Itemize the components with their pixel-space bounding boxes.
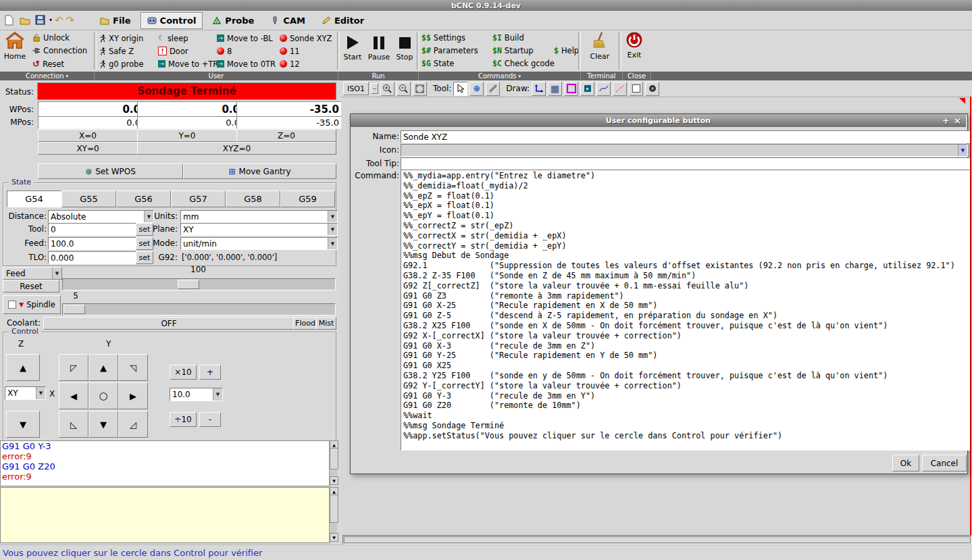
user-button-8[interactable]: 8 (215, 45, 278, 57)
home-button[interactable]: Home (1, 31, 28, 69)
group-label-connection[interactable]: Connection▾ (0, 72, 95, 80)
spindle-toggle[interactable]: ▼ Spindle (3, 295, 61, 314)
save-dropdown-icon[interactable]: ▾ (49, 17, 52, 23)
dropdown-icon[interactable]: ▼ (328, 224, 337, 235)
state-command-button[interactable]: $GState (420, 58, 455, 69)
dropdown-icon[interactable]: ▼ (36, 387, 45, 399)
dropdown-icon[interactable]: ▼ (52, 268, 61, 279)
open-folder-icon[interactable] (18, 14, 31, 26)
gantry-tool-icon[interactable]: ⊕ (469, 82, 484, 96)
zoom-fit-icon[interactable] (413, 82, 427, 96)
move-gantry-button[interactable]: ⊞ Move Gantry (183, 163, 336, 179)
view-select-button[interactable]: ISO1 (343, 82, 369, 95)
user-button-sonde-xyz[interactable]: Sonde XYZ (278, 32, 335, 45)
canvas-hscrollbar-thumb[interactable] (344, 536, 971, 543)
dialog-name-input[interactable]: Sonde XYZ (401, 130, 970, 143)
dialog-close-icon[interactable]: × (954, 116, 961, 126)
dropdown-icon[interactable]: ▼ (213, 388, 222, 401)
step-div10-button[interactable]: ÷10 (170, 412, 197, 427)
save-icon[interactable] (34, 14, 47, 26)
step-minus-button[interactable]: - (199, 412, 221, 427)
tool-set-button[interactable]: set (136, 223, 153, 236)
new-file-icon[interactable] (3, 14, 16, 26)
reset-button[interactable]: ↺ Reset (31, 58, 66, 70)
unlock-button[interactable]: Unlock (31, 32, 71, 43)
jog-nw-button[interactable]: ◸ (59, 354, 88, 381)
jog-se-button[interactable]: ◿ (118, 411, 148, 438)
user-button-move-to-0tr[interactable]: →Move to 0TR (215, 57, 278, 70)
zoom-in-icon[interactable] (380, 82, 394, 96)
exit-button[interactable]: Exit (622, 31, 646, 59)
ruler-tool-icon[interactable] (486, 82, 500, 96)
draw-camera-icon[interactable] (645, 82, 659, 96)
wcs-g57-button[interactable]: G57 (171, 190, 226, 207)
user-button-g0-probe[interactable]: g0 probe (97, 57, 157, 70)
tab-file[interactable]: File (93, 12, 138, 29)
command-entry-scrollbar[interactable]: ▲ ▼ (329, 487, 337, 542)
spindle-slider-handle[interactable] (63, 305, 85, 314)
coolant-off-button[interactable]: OFF (43, 317, 295, 330)
wcs-g58-button[interactable]: G58 (226, 190, 280, 207)
user-button-move-to-tr[interactable]: →Move to +TR (157, 57, 215, 70)
draw-axes-icon[interactable] (532, 82, 546, 96)
group-label-commands[interactable]: Commands▾ (419, 72, 581, 80)
jog-up-button[interactable]: ▲ (88, 354, 118, 381)
distance-combobox[interactable]: Absolute▼ (48, 210, 154, 223)
command-entry-area[interactable] (0, 487, 330, 543)
build-command-button[interactable]: $IBuild (491, 32, 526, 43)
jog-down-button[interactable]: ▼ (88, 411, 118, 438)
feed-slider-handle[interactable] (178, 280, 199, 289)
dropdown-icon[interactable]: ▼ (328, 238, 337, 249)
tlo-set-button[interactable]: set (136, 251, 153, 264)
check-gcode-command-button[interactable]: $CCheck gcode (491, 58, 556, 69)
plane-combobox[interactable]: XY▼ (180, 223, 338, 236)
draw-paths-icon[interactable] (596, 82, 611, 96)
select-tool-icon[interactable] (453, 82, 467, 96)
jog-center-check-button[interactable]: ○ (88, 382, 118, 409)
feed-slider[interactable] (62, 278, 336, 290)
step-size-combobox[interactable]: 10.0▼ (170, 388, 223, 401)
tab-cam[interactable]: CAM (263, 12, 312, 29)
dialog-icon-combobox[interactable]: ▼ (401, 144, 968, 157)
canvas-hscrollbar[interactable] (342, 535, 972, 544)
zoom-out-icon[interactable] (397, 82, 411, 96)
tlo-input[interactable]: 0.000 (48, 251, 140, 264)
jog-plane-combobox[interactable]: XY▼ (5, 386, 46, 400)
jog-right-button[interactable]: ▶ (118, 382, 148, 409)
wcs-g56-button[interactable]: G56 (116, 190, 171, 207)
dialog-cancel-button[interactable]: Cancel (922, 455, 967, 472)
startup-command-button[interactable]: $NStartup (491, 45, 535, 56)
tab-probe[interactable]: Probe (205, 12, 261, 29)
draw-rapid-icon[interactable] (613, 82, 627, 96)
scroll-down-icon[interactable]: ▼ (330, 533, 338, 542)
y-zero-button[interactable]: Y=0 (137, 129, 237, 142)
dialog-add-icon[interactable]: + (942, 116, 950, 126)
parameters-command-button[interactable]: $#Parameters (420, 45, 480, 56)
draw-workarea-icon[interactable] (629, 82, 643, 96)
dialog-tooltip-input[interactable] (401, 157, 970, 170)
dialog-title-bar[interactable]: User configurable button + × (351, 114, 966, 127)
jog-left-button[interactable]: ◀ (59, 382, 88, 409)
command-entry-scrollbar-thumb[interactable] (330, 494, 338, 523)
log-scrollbar-thumb[interactable] (330, 448, 338, 469)
jog-z-up-button[interactable]: ▲ (6, 354, 40, 381)
user-button-sleep[interactable]: ☾sleep (157, 32, 215, 45)
help-command-button[interactable]: $Help (553, 45, 580, 56)
xy-zero-button[interactable]: XY=0 (38, 142, 138, 155)
coolant-flood-button[interactable]: Flood (293, 317, 317, 330)
scroll-down-icon[interactable]: ▼ (330, 476, 338, 485)
draw-grid-icon[interactable]: ▦ (548, 82, 562, 96)
dropdown-icon[interactable]: ▼ (958, 145, 967, 156)
connection-button[interactable]: Connection (31, 45, 88, 56)
log-scrollbar[interactable]: ▲ ▼ (329, 440, 337, 485)
terminal-log[interactable]: G91 G0 Y-3 error:9 G91 G0 Z20 error:9 (0, 440, 330, 486)
user-button-11[interactable]: 11 (278, 45, 335, 57)
user-button-door[interactable]: !Door (157, 45, 215, 57)
dialog-command-textarea[interactable]: %%_mydia=app.entry("Entrez le diametre")… (401, 170, 970, 451)
stop-button[interactable]: Stop (393, 32, 416, 61)
user-button-move-to-bl[interactable]: →Move to -BL (215, 32, 278, 45)
dropdown-icon[interactable]: ▼ (328, 211, 337, 222)
tool-input[interactable]: 0 (48, 223, 140, 236)
jog-z-down-button[interactable]: ▼ (6, 411, 40, 438)
pause-button[interactable]: Pause (367, 32, 391, 61)
